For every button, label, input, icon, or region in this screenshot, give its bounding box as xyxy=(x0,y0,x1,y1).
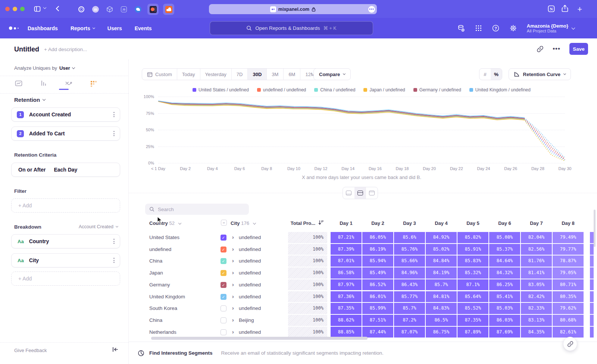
row-expand-icon[interactable]: › xyxy=(232,244,234,255)
value-mode-absolute[interactable]: # xyxy=(479,69,491,80)
criteria-on-or-after[interactable]: On or After xyxy=(18,167,46,173)
row-expand-icon[interactable]: › xyxy=(232,303,234,314)
sort-icon[interactable] xyxy=(318,220,324,226)
column-header-day-1[interactable]: Day 1 xyxy=(331,220,362,226)
copy-link-icon[interactable] xyxy=(537,46,544,53)
column-header-city[interactable]: City 176 xyxy=(231,220,256,226)
help-icon[interactable]: ? xyxy=(492,24,500,32)
column-header-country[interactable]: Country 52 xyxy=(149,220,181,226)
legend-item[interactable]: United States / undefined xyxy=(193,87,249,92)
legend-item[interactable]: undefined / undefined xyxy=(257,87,306,92)
add-description[interactable]: + Add description... xyxy=(44,47,87,52)
analyze-uniques-by[interactable]: Analyze Uniques by User xyxy=(14,65,75,71)
settings-gear-icon[interactable] xyxy=(509,24,517,32)
breakdown-add-button[interactable]: + Add xyxy=(11,272,120,286)
back-icon[interactable] xyxy=(54,5,61,12)
share-link-button[interactable] xyxy=(563,337,577,351)
range-custom[interactable]: Custom xyxy=(142,69,177,80)
bird-icon[interactable] xyxy=(133,4,143,14)
legend-item[interactable]: Germany / undefined xyxy=(413,87,461,92)
patreon-icon[interactable] xyxy=(147,4,159,15)
range-today[interactable]: Today xyxy=(177,69,200,80)
compare-button[interactable]: Compare xyxy=(313,68,351,80)
vertical-scrollbar[interactable] xyxy=(594,210,596,247)
row-checkbox[interactable]: ✓ xyxy=(221,258,226,264)
more-options-icon[interactable]: ••• xyxy=(553,45,560,53)
retention-section-header[interactable]: Retention xyxy=(14,97,45,103)
retention-step-card[interactable]: 1Account Created xyxy=(11,107,120,122)
segments-title[interactable]: Find Interesting Segments xyxy=(149,350,213,356)
row-checkbox[interactable]: ✓ xyxy=(221,247,226,252)
breakdown-card-country[interactable]: AaCountry xyxy=(11,234,120,248)
column-header-day-2[interactable]: Day 2 xyxy=(362,220,393,226)
analyze-value[interactable]: User xyxy=(59,65,70,71)
soundcloud-icon[interactable] xyxy=(163,4,174,15)
step-event-label[interactable]: Account Created xyxy=(29,112,71,117)
mixpanel-logo[interactable] xyxy=(9,26,19,30)
project-switcher[interactable]: Amazonia {Demo} All Project Data xyxy=(527,23,575,33)
retention-step-card[interactable]: 2Added To Cart xyxy=(11,126,120,141)
value-mode-percent[interactable]: % xyxy=(491,69,502,80)
tab-flows-icon[interactable] xyxy=(64,79,73,88)
row-checkbox[interactable]: ✓ xyxy=(221,282,226,288)
row-expand-icon[interactable]: › xyxy=(232,255,234,266)
column-header-day-3[interactable]: Day 3 xyxy=(394,220,425,226)
range-7d[interactable]: 7D xyxy=(232,69,248,80)
nav-item-dashboards[interactable]: Dashboards xyxy=(28,25,58,31)
filter-add-button[interactable]: + Add xyxy=(11,198,120,213)
notion-extension-icon[interactable]: N xyxy=(547,5,555,13)
cube-icon[interactable] xyxy=(105,4,115,14)
row-checkbox[interactable] xyxy=(221,329,226,335)
column-header-day-5[interactable]: Day 5 xyxy=(457,220,488,226)
horizontal-scrollbar[interactable] xyxy=(151,337,368,340)
row-checkbox[interactable] xyxy=(221,305,226,311)
column-header-day-7[interactable]: Day 7 xyxy=(521,220,552,226)
nav-item-users[interactable]: Users xyxy=(107,25,122,31)
row-checkbox[interactable]: ✓ xyxy=(221,294,226,300)
nav-item-events[interactable]: Events xyxy=(135,25,152,31)
row-checkbox[interactable] xyxy=(221,317,226,323)
column-header-day-8[interactable]: Day 8 xyxy=(553,220,584,226)
row-expand-icon[interactable]: › xyxy=(232,327,234,338)
js-icon[interactable]: JS xyxy=(119,4,129,14)
collapse-sidebar-icon[interactable] xyxy=(112,347,118,354)
close-window-button[interactable] xyxy=(5,7,10,11)
breakdown-property-label[interactable]: Country xyxy=(29,238,49,244)
column-header-day-4[interactable]: Day 4 xyxy=(426,220,457,226)
give-feedback-link[interactable]: Give Feedback xyxy=(14,348,47,353)
row-expand-icon[interactable]: › xyxy=(232,267,234,278)
m-avatar-icon[interactable]: m xyxy=(91,4,100,14)
chevron-down-icon[interactable] xyxy=(44,7,46,9)
legend-item[interactable]: China / undefined xyxy=(314,87,355,92)
step-event-label[interactable]: Added To Cart xyxy=(29,131,65,136)
ring-icon[interactable] xyxy=(76,4,86,14)
layout-chart-only-button[interactable] xyxy=(343,187,354,199)
column-header-day-6[interactable]: Day 6 xyxy=(489,220,520,226)
retention-criteria-card[interactable]: On or After Each Day xyxy=(11,163,120,177)
url-extensions-icon[interactable]: ••• xyxy=(368,6,375,13)
range-yesterday[interactable]: Yesterday xyxy=(200,69,232,80)
legend-item[interactable]: United Kingdom / undefined xyxy=(469,87,531,92)
row-expand-icon[interactable]: › xyxy=(232,291,234,302)
more-options-icon[interactable] xyxy=(113,131,115,136)
nav-item-reports[interactable]: Reports xyxy=(71,25,95,31)
row-expand-icon[interactable]: › xyxy=(232,279,234,290)
more-options-icon[interactable] xyxy=(113,239,115,244)
criteria-each-day[interactable]: Each Day xyxy=(54,167,77,173)
row-expand-icon[interactable]: › xyxy=(232,232,234,243)
report-title[interactable]: Untitled xyxy=(14,46,39,53)
tab-insights-icon[interactable] xyxy=(14,79,23,88)
range-3m[interactable]: 3M xyxy=(267,69,284,80)
row-checkbox[interactable]: ✓ xyxy=(221,270,226,276)
share-icon[interactable] xyxy=(561,4,569,13)
more-options-icon[interactable] xyxy=(113,112,115,117)
global-search[interactable]: Open Reports & Dashboards ⌘ + K xyxy=(210,21,373,35)
table-search-input[interactable]: Search xyxy=(145,204,249,215)
minimize-window-button[interactable] xyxy=(13,7,17,11)
tab-funnels-icon[interactable] xyxy=(39,79,48,88)
more-options-icon[interactable] xyxy=(113,258,115,263)
column-header-total[interactable]: Total Pro... xyxy=(271,220,315,226)
url-bar[interactable]: mixpanel.com ••• xyxy=(209,4,377,14)
sidebar-toggle-icon[interactable] xyxy=(34,5,41,13)
row-checkbox[interactable]: ✓ xyxy=(221,235,226,241)
